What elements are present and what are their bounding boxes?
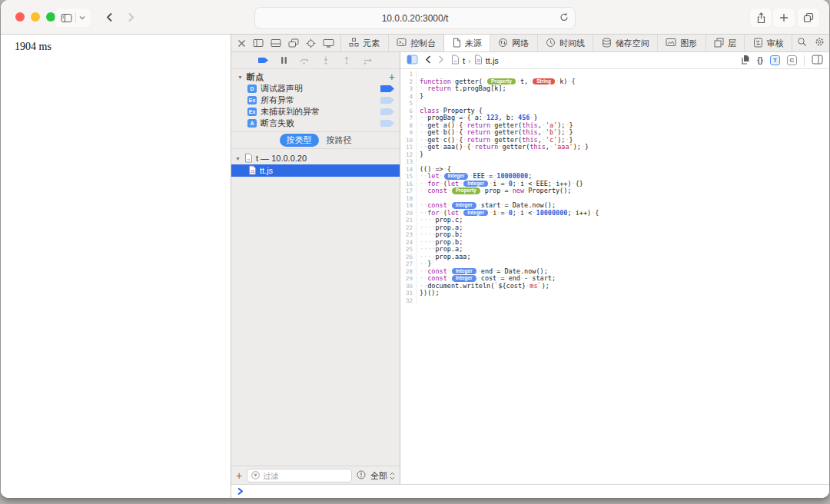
line-number[interactable]: 5	[400, 100, 417, 108]
line-number[interactable]: 10	[400, 137, 417, 144]
editor-back-button[interactable]	[425, 55, 431, 65]
breakpoints-section-header[interactable]: ▼ 断点 +	[231, 69, 400, 83]
line-number[interactable]: 24	[400, 239, 417, 247]
breakpoint-row-assertion-failures[interactable]: A 断言失败	[231, 118, 400, 129]
tab-storage[interactable]: 储存空间	[593, 35, 658, 51]
code-line[interactable]: 27··}	[400, 260, 829, 268]
code-line[interactable]: 12}	[400, 151, 829, 159]
sidebar-toggle-button[interactable]	[55, 8, 91, 28]
breakpoint-enabled-marker[interactable]	[380, 85, 394, 92]
line-number[interactable]: 29	[400, 275, 417, 283]
element-picker-button[interactable]	[306, 38, 316, 48]
line-number[interactable]: 30	[400, 283, 417, 290]
breadcrumb-page-label[interactable]: t	[463, 56, 465, 65]
pause-button[interactable]	[281, 54, 287, 68]
pretty-print-button[interactable]: {}	[757, 56, 763, 65]
tree-file-row-selected[interactable]: JS tt.js	[231, 164, 400, 177]
line-number[interactable]: 14	[400, 166, 417, 174]
line-number[interactable]: 21	[400, 217, 417, 224]
forward-button[interactable]	[121, 8, 141, 26]
split-editor-button[interactable]	[812, 55, 823, 66]
code-line[interactable]: 21····prop.c;	[400, 217, 829, 224]
tab-audit[interactable]: 审核	[745, 35, 792, 51]
sidebar-panel-toggle-button[interactable]	[407, 55, 418, 66]
line-number[interactable]: 31	[400, 290, 417, 297]
code-line[interactable]: 22····prop.a;	[400, 224, 829, 232]
code-line[interactable]: 3··return·t.progBag[k];	[400, 85, 829, 93]
code-line[interactable]: 30··document.writeln(`${cost}·ms`);	[400, 283, 829, 290]
new-tab-button[interactable]	[772, 8, 795, 28]
tab-sources[interactable]: 来源	[443, 35, 490, 51]
disclosure-triangle-icon[interactable]: ▼	[237, 75, 244, 80]
code-line[interactable]: 17··const·Property·prop·=·new·Property()…	[400, 187, 829, 195]
line-number[interactable]: 2	[400, 78, 417, 86]
breakpoint-row-uncaught-exceptions[interactable]: Ex 未捕获到的异常	[231, 106, 400, 118]
line-number[interactable]: 25	[400, 246, 417, 254]
close-inspector-button[interactable]	[237, 39, 246, 48]
code-line[interactable]: 11··get·aaa()·{·return·getter(this,·'aaa…	[400, 144, 829, 151]
add-breakpoint-button[interactable]: +	[389, 73, 395, 81]
line-number[interactable]: 8	[400, 122, 417, 130]
code-line[interactable]: 24····prop.b;	[400, 239, 829, 247]
line-number[interactable]: 22	[400, 224, 417, 232]
code-line[interactable]: 14(()·=>·{	[400, 166, 829, 174]
line-number[interactable]: 18	[400, 195, 417, 203]
share-button[interactable]	[749, 8, 772, 28]
dock-side-button[interactable]	[253, 38, 264, 48]
breakpoint-disabled-marker[interactable]	[380, 108, 394, 115]
breakpoint-row-debugger-statements[interactable]: D 调试器声明	[231, 83, 400, 94]
tab-graphics[interactable]: 图形	[658, 35, 706, 51]
url-field[interactable]: 10.0.0.20:3000/t	[254, 7, 576, 29]
scope-by-path-button[interactable]: 按路径	[327, 134, 352, 146]
tab-console[interactable]: 控制台	[389, 35, 445, 51]
tree-root-row[interactable]: ▼ ‹› t — 10.0.0.20	[231, 152, 400, 164]
line-number[interactable]: 11	[400, 144, 417, 151]
line-number[interactable]: 9	[400, 129, 417, 137]
step-next-button[interactable]	[363, 54, 374, 68]
copy-resource-button[interactable]	[741, 55, 750, 66]
line-number[interactable]: 28	[400, 268, 417, 276]
line-number[interactable]: 13	[400, 158, 417, 166]
tab-timelines[interactable]: 时间线	[538, 35, 594, 51]
code-coverage-button[interactable]: C	[787, 55, 797, 65]
breakpoints-toggle-button[interactable]	[257, 54, 269, 68]
line-number[interactable]: 20	[400, 210, 417, 217]
add-resource-button[interactable]: +	[236, 472, 242, 479]
line-number[interactable]: 15	[400, 173, 417, 181]
back-button[interactable]	[99, 8, 119, 26]
filter-field[interactable]	[247, 469, 352, 482]
step-out-button[interactable]	[342, 54, 351, 68]
line-number[interactable]: 4	[400, 93, 417, 101]
code-line[interactable]: 4}	[400, 93, 829, 101]
filter-input[interactable]	[263, 472, 347, 480]
breakpoint-disabled-marker[interactable]	[380, 120, 394, 127]
type-annotation-pill[interactable]: String	[533, 78, 555, 85]
type-annotation-pill[interactable]: Integer	[463, 210, 488, 217]
tab-elements[interactable]: 元素	[341, 35, 389, 51]
line-number[interactable]: 7	[400, 114, 417, 122]
line-number[interactable]: 12	[400, 151, 417, 159]
type-profiler-button[interactable]: T	[770, 55, 780, 65]
disclosure-triangle-icon[interactable]: ▼	[234, 156, 241, 161]
close-window-button[interactable]	[15, 12, 25, 22]
breakpoint-disabled-marker[interactable]	[380, 97, 394, 104]
tab-overview-button[interactable]	[797, 8, 820, 28]
type-annotation-pill[interactable]: Property	[452, 187, 480, 194]
line-number[interactable]: 32	[400, 297, 417, 305]
line-number[interactable]: 16	[400, 181, 417, 188]
tab-layers[interactable]: 层	[706, 35, 745, 51]
undock-button[interactable]	[288, 38, 299, 48]
scope-by-type-button[interactable]: 按类型	[280, 134, 319, 147]
step-over-button[interactable]	[299, 54, 310, 68]
code-line[interactable]: 18	[400, 195, 829, 203]
device-settings-button[interactable]	[323, 38, 334, 48]
line-number[interactable]: 3	[400, 85, 417, 93]
type-annotation-pill[interactable]: Integer	[452, 268, 476, 275]
minimize-window-button[interactable]	[31, 12, 40, 22]
line-number[interactable]: 27	[400, 260, 417, 268]
search-button[interactable]	[797, 36, 807, 50]
code-line[interactable]: 31})();	[400, 290, 829, 297]
code-line[interactable]: 23····prop.b;	[400, 231, 829, 239]
code-line[interactable]: 32	[400, 297, 829, 305]
code-line[interactable]: 26····prop.aaa;	[400, 254, 829, 261]
